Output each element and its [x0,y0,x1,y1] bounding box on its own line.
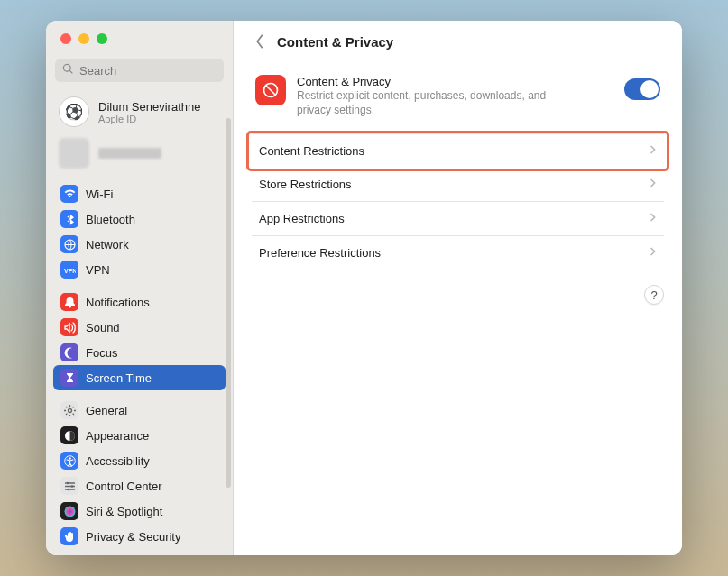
chevron-right-icon [650,246,657,260]
sidebar-item-wi-fi[interactable]: Wi-Fi [53,181,226,206]
window-controls [46,21,233,55]
chevron-right-icon [650,178,657,191]
svg-point-5 [69,457,70,459]
appearance-icon [60,426,78,444]
vpn-icon: VPN [60,261,78,279]
sidebar-item-label: Siri & Spotlight [86,505,162,518]
search-field[interactable] [55,59,224,82]
row-label: App Restrictions [259,212,345,225]
sidebar-item-label: General [86,404,127,417]
sidebar-item-bluetooth[interactable]: Bluetooth [53,206,226,232]
sidebar-item-label: Network [86,238,129,251]
sidebar-item-vpn[interactable]: VPNVPN [53,257,226,282]
apple-id-account[interactable]: ⚽ Dilum Senevirathne Apple ID [46,91,233,133]
search-input[interactable] [79,64,231,78]
moon-icon [60,343,78,361]
no-symbol-icon [255,75,286,105]
sidebar-item-network[interactable]: Network [53,232,226,257]
sidebar-item-sound[interactable]: Sound [53,315,226,340]
avatar: ⚽ [59,96,89,127]
chevron-right-icon [650,212,657,225]
sidebar-item-notifications[interactable]: Notifications [53,289,226,315]
globe-icon [60,235,78,253]
close-window-button[interactable] [60,33,71,44]
row-label: Preference Restrictions [259,246,381,260]
family-avatar [59,138,89,169]
svg-line-11 [266,86,275,95]
hourglass-icon [60,369,78,387]
sidebar-scrollbar[interactable] [226,118,231,488]
sidebar-item-label: Privacy & Security [86,530,180,544]
svg-point-8 [67,488,69,490]
sidebar-item-label: Screen Time [86,371,152,385]
content-privacy-toggle[interactable] [624,78,660,100]
speaker-icon [60,318,78,336]
sidebar-item-focus[interactable]: Focus [53,340,226,365]
bell-icon [60,293,78,311]
controls-icon [60,477,78,495]
restriction-row-content-restrictions[interactable]: Content Restrictions [252,134,664,168]
sidebar-item-label: Accessibility [86,454,150,468]
content-pane: Content & Privacy Content & Privacy Rest… [234,21,682,555]
sidebar-item-label: Sound [86,321,120,334]
help-button[interactable]: ? [644,285,664,305]
svg-point-6 [66,481,69,484]
siri-icon [60,502,78,520]
page-title: Content & Privacy [277,34,393,50]
sidebar-item-label: Wi-Fi [86,187,113,201]
restriction-row-store-restrictions[interactable]: Store Restrictions [252,168,664,202]
sidebar-item-label: VPN [86,263,110,277]
wifi-icon [60,185,78,203]
hero-description: Restrict explicit content, purchases, do… [297,88,558,117]
row-label: Content Restrictions [259,144,364,158]
hero-title: Content & Privacy [297,75,613,88]
search-icon [62,63,74,78]
sidebar-item-screen-time[interactable]: Screen Time [53,365,226,390]
sidebar-item-label: Control Center [86,480,162,493]
svg-point-2 [68,408,71,412]
sidebar-item-accessibility[interactable]: Accessibility [53,448,226,473]
restriction-row-preference-restrictions[interactable]: Preference Restrictions [252,236,664,270]
svg-point-7 [70,485,73,488]
sidebar-item-control-center[interactable]: Control Center [53,473,226,498]
family-label-redacted [98,148,161,159]
family-row[interactable] [46,133,233,178]
hand-icon [60,527,78,545]
sidebar-item-label: Appearance [86,429,149,443]
fullscreen-window-button[interactable] [97,33,107,44]
settings-window: ⚽ Dilum Senevirathne Apple ID Wi-FiBluet… [46,21,682,555]
sidebar-item-label: Bluetooth [86,213,135,226]
account-sub: Apple ID [98,114,200,124]
row-label: Store Restrictions [259,178,352,191]
sidebar-item-general[interactable]: General [53,398,226,423]
back-button[interactable] [252,33,268,50]
sidebar: ⚽ Dilum Senevirathne Apple ID Wi-FiBluet… [46,21,234,555]
gear-icon [60,401,78,419]
sidebar-item-privacy-security[interactable]: Privacy & Security [53,524,226,549]
content-privacy-hero: Content & Privacy Restrict explicit cont… [252,68,664,133]
minimize-window-button[interactable] [78,33,89,44]
sidebar-item-label: Focus [86,346,117,360]
restrictions-list: Content RestrictionsStore RestrictionsAp… [252,133,664,270]
chevron-right-icon [650,144,657,158]
svg-point-9 [64,506,75,517]
sidebar-item-siri-spotlight[interactable]: Siri & Spotlight [53,498,226,524]
annotation-highlight: Content Restrictions [246,131,669,171]
sidebar-item-appearance[interactable]: Appearance [53,423,226,448]
account-name: Dilum Senevirathne [98,100,200,114]
bluetooth-icon [60,210,78,228]
restriction-row-app-restrictions[interactable]: App Restrictions [252,202,664,236]
accessibility-icon [60,452,78,470]
svg-text:VPN: VPN [64,268,76,274]
sidebar-item-label: Notifications [86,296,150,309]
